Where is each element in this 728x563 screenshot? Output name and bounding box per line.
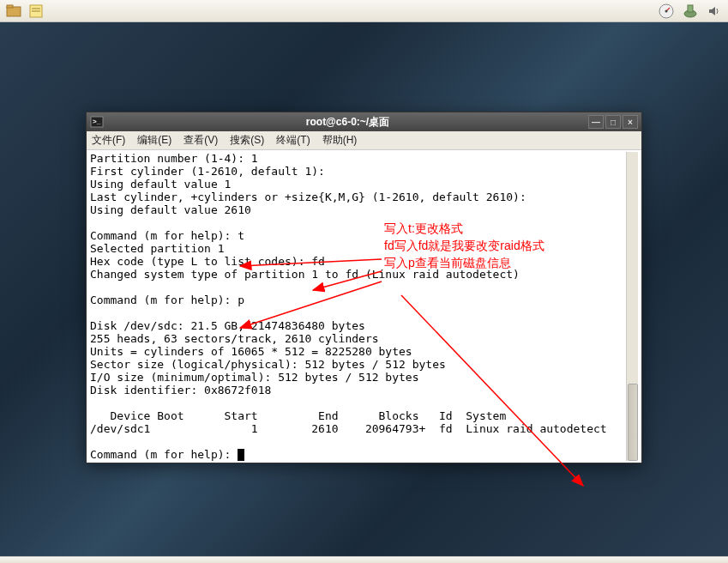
file-manager-icon[interactable] — [5, 3, 22, 20]
menu-terminal[interactable]: 终端(T) — [276, 133, 310, 148]
menu-view[interactable]: 查看(V) — [184, 133, 218, 148]
svg-point-7 — [665, 9, 668, 12]
terminal-body: Partition number (1-4): 1 First cylinder… — [87, 150, 641, 463]
desktop-top-panel — [0, 0, 728, 22]
maximize-button[interactable]: □ — [605, 115, 621, 129]
menu-edit[interactable]: 编辑(E) — [137, 133, 171, 148]
update-icon[interactable] — [682, 3, 699, 20]
system-monitor-icon[interactable] — [658, 3, 675, 20]
menu-file[interactable]: 文件(F) — [92, 133, 125, 148]
menu-help[interactable]: 帮助(H) — [322, 133, 358, 148]
terminal-window: >_ root@c6-0:~/桌面 — □ × 文件(F) 编辑(E) 查看(V… — [86, 112, 642, 463]
minimize-button[interactable]: — — [588, 115, 604, 129]
svg-text:>_: >_ — [93, 118, 101, 125]
svg-rect-1 — [7, 5, 13, 8]
panel-left-group — [5, 3, 45, 20]
window-title: root@c6-0:~/桌面 — [109, 115, 587, 130]
terminal-cursor — [238, 449, 244, 461]
volume-icon[interactable] — [706, 3, 723, 20]
close-button[interactable]: × — [623, 115, 638, 129]
terminal-content[interactable]: Partition number (1-4): 1 First cylinder… — [90, 152, 626, 461]
svg-rect-0 — [7, 7, 21, 16]
scrollbar[interactable] — [626, 152, 638, 461]
notes-icon[interactable] — [27, 3, 45, 20]
svg-rect-9 — [688, 5, 693, 12]
menubar: 文件(F) 编辑(E) 查看(V) 搜索(S) 终端(T) 帮助(H) — [87, 131, 641, 150]
menu-search[interactable]: 搜索(S) — [230, 133, 264, 148]
desktop-bottom-panel[interactable] — [0, 556, 728, 563]
terminal-app-icon: >_ — [90, 115, 104, 129]
panel-right-group — [658, 3, 723, 20]
scrollbar-thumb[interactable] — [628, 384, 638, 461]
svg-marker-10 — [709, 7, 715, 15]
window-titlebar[interactable]: >_ root@c6-0:~/桌面 — □ × — [87, 112, 641, 131]
